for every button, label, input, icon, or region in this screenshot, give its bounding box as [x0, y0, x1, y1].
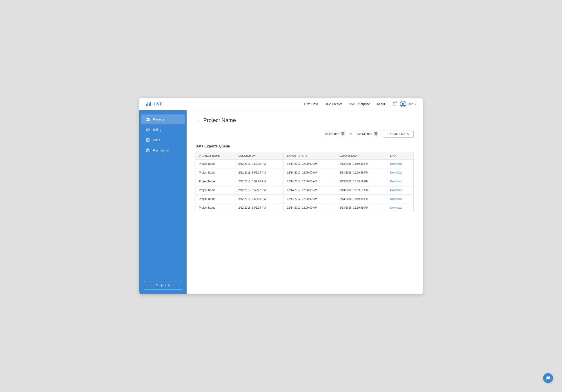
main-body: Projects $ Billing [139, 110, 423, 294]
chat-bubble-button[interactable] [543, 373, 553, 383]
user-menu[interactable]: Linh ▾ [400, 101, 416, 107]
download-link-0[interactable]: Download [390, 162, 402, 165]
nav-hive-enterprise[interactable]: Hive Enterprise [349, 102, 370, 106]
calendar-from-icon: 📅 [341, 132, 345, 136]
billing-icon: $ [146, 127, 150, 132]
cell-end-3: 2/13/2018, 11:59:59 PM [336, 186, 387, 195]
cell-start-0: 12/14/2017, 12:00:00 AM [284, 160, 336, 168]
calendar-to-icon: 📅 [374, 132, 378, 136]
logo-icon [146, 102, 151, 106]
cell-start-4: 12/14/2017, 12:00:00 AM [284, 195, 336, 203]
notification-bell-icon[interactable] [392, 102, 396, 106]
sidebar-label-docs: Docs [153, 138, 160, 142]
docs-icon [146, 138, 150, 142]
cell-start-2: 12/14/2017, 12:00:00 AM [284, 177, 336, 186]
nav-about[interactable]: About [377, 102, 385, 106]
cell-project-5: Project Name [196, 203, 235, 212]
cell-start-3: 12/14/2017, 12:00:00 AM [284, 186, 336, 195]
cell-created-3: 2/12/2018, 3:52:27 PM [235, 186, 284, 195]
nav-links: Hive Data Hive Predict Hive Enterprise A… [304, 102, 385, 106]
svg-rect-3 [148, 118, 150, 119]
back-button[interactable]: ‹ [196, 117, 201, 123]
export-data-button[interactable]: EXPORT DATA [383, 130, 414, 138]
cell-project-2: Project Name [196, 177, 235, 186]
date-from-input[interactable]: 12/14/2017 📅 [322, 131, 347, 137]
notification-dot [395, 101, 397, 103]
cell-end-1: 2/13/2018, 11:59:59 PM [336, 168, 387, 177]
col-export-end: EXPORT END [336, 152, 387, 160]
logo-bar-4 [150, 102, 151, 106]
cell-start-5: 12/14/2017, 12:00:00 AM [284, 203, 336, 212]
cell-project-0: Project Name [196, 160, 235, 168]
sidebar-bottom: Contact Us [139, 277, 187, 294]
projects-icon [146, 117, 150, 122]
download-link-2[interactable]: Download [390, 180, 402, 183]
logo-text: HIVE [152, 102, 163, 106]
logo-bar-3 [149, 104, 150, 106]
content-area: ‹ Project Name 12/14/2017 📅 to 02/13/201… [187, 110, 423, 294]
cell-created-0: 2/12/2018, 3:52:30 PM [235, 160, 284, 168]
exports-table: PROJECT NAME CREATED ON EXPORT START EXP… [196, 152, 414, 212]
date-to-input[interactable]: 02/13/2018 📅 [355, 131, 380, 137]
cell-created-2: 2/12/2018, 3:52:28 PM [235, 177, 284, 186]
logo: HIVE [146, 102, 163, 106]
svg-rect-4 [146, 120, 148, 121]
svg-point-1 [402, 103, 404, 104]
sidebar-item-billing[interactable]: $ Billing [141, 125, 185, 135]
cell-link-1: Download [387, 168, 413, 177]
download-link-3[interactable]: Download [390, 189, 402, 192]
sidebar-label-promotions: Promotions [153, 149, 169, 152]
cell-end-5: 2/13/2018, 11:59:59 PM [336, 203, 387, 212]
svg-rect-2 [146, 118, 148, 119]
table-row: Project Name 2/12/2018, 3:52:25 PM 12/14… [196, 203, 414, 212]
cell-created-4: 2/12/2018, 3:52:26 PM [235, 195, 284, 203]
top-nav: HIVE Hive Data Hive Predict Hive Enterpr… [139, 98, 423, 110]
date-separator: to [350, 132, 352, 136]
cell-created-5: 2/12/2018, 3:52:25 PM [235, 203, 284, 212]
download-link-5[interactable]: Download [390, 206, 402, 209]
sidebar-label-billing: Billing [153, 128, 161, 131]
sidebar: Projects $ Billing [139, 110, 187, 294]
sidebar-item-docs[interactable]: Docs [141, 135, 185, 145]
cell-project-3: Project Name [196, 186, 235, 195]
sidebar-item-promotions[interactable]: Promotions [141, 145, 185, 155]
date-range-row: 12/14/2017 📅 to 02/13/2018 📅 EXPORT DATA [196, 130, 414, 138]
nav-right: Linh ▾ [392, 101, 416, 107]
cell-link-2: Download [387, 177, 413, 186]
table-header: PROJECT NAME CREATED ON EXPORT START EXP… [196, 152, 414, 160]
sidebar-nav: Projects $ Billing [139, 110, 187, 277]
sidebar-item-projects[interactable]: Projects [141, 115, 185, 124]
download-link-1[interactable]: Download [390, 171, 402, 174]
nav-hive-predict[interactable]: Hive Predict [325, 102, 342, 106]
cell-end-2: 2/13/2018, 11:59:59 PM [336, 177, 387, 186]
logo-bar-1 [146, 104, 147, 106]
table-body: Project Name 2/12/2018, 3:52:30 PM 12/14… [196, 160, 414, 212]
user-avatar [400, 101, 406, 107]
cell-link-5: Download [387, 203, 413, 212]
cell-link-3: Download [387, 186, 413, 195]
table-row: Project Name 2/12/2018, 3:52:28 PM 12/14… [196, 168, 414, 177]
contact-us-button[interactable]: Contact Us [144, 281, 182, 289]
table-row: Project Name 2/12/2018, 3:52:30 PM 12/14… [196, 160, 414, 168]
nav-hive-data[interactable]: Hive Data [304, 102, 318, 106]
download-link-4[interactable]: Download [390, 197, 402, 200]
col-created-on: CREATED ON [235, 152, 284, 160]
page-title: Project Name [203, 117, 236, 123]
chevron-down-icon: ▾ [415, 103, 416, 105]
cell-project-4: Project Name [196, 195, 235, 203]
table-row: Project Name 2/12/2018, 3:52:26 PM 12/14… [196, 195, 414, 203]
page-header: ‹ Project Name [196, 117, 414, 123]
col-export-start: EXPORT START [284, 152, 336, 160]
cell-start-1: 12/14/2017, 12:00:00 AM [284, 168, 336, 177]
col-project-name: PROJECT NAME [196, 152, 235, 160]
promotions-icon [146, 148, 150, 153]
cell-end-4: 2/13/2018, 11:59:59 PM [336, 195, 387, 203]
date-from-value: 12/14/2017 [324, 132, 339, 136]
table-row: Project Name 2/12/2018, 3:52:28 PM 12/14… [196, 177, 414, 186]
app-window: HIVE Hive Data Hive Predict Hive Enterpr… [139, 98, 423, 294]
svg-rect-5 [148, 119, 150, 121]
sidebar-label-projects: Projects [153, 117, 164, 121]
col-link: LINK [387, 152, 413, 160]
user-name: Linh [408, 102, 413, 106]
svg-text:$: $ [147, 128, 149, 131]
